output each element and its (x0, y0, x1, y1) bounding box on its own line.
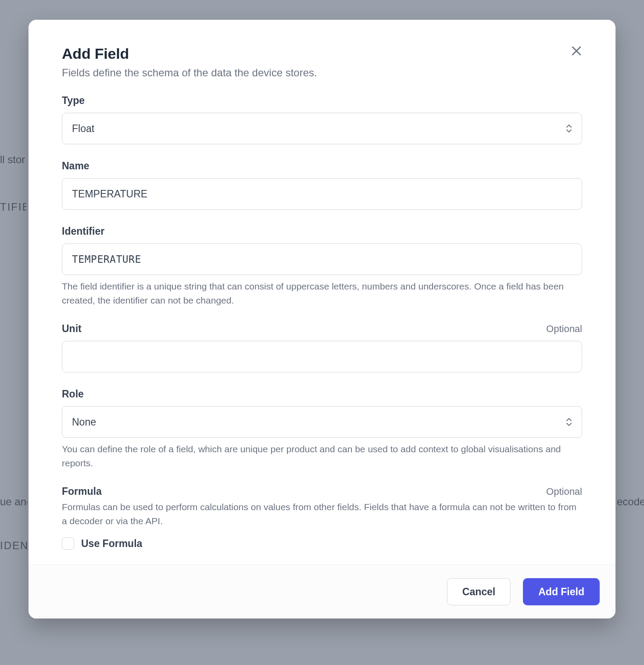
modal-footer: Cancel Add Field (29, 565, 615, 619)
type-label: Type (62, 95, 582, 107)
identifier-input[interactable] (62, 243, 582, 275)
unit-optional: Optional (546, 323, 582, 335)
modal-subtitle: Fields define the schema of the data the… (62, 67, 317, 79)
type-group: Type Float (62, 95, 582, 144)
bg-text: ll stor (0, 154, 26, 166)
role-group: Role None You can define the role of a f… (62, 388, 582, 470)
role-label: Role (62, 388, 582, 400)
cancel-button[interactable]: Cancel (447, 578, 511, 605)
use-formula-checkbox[interactable] (62, 537, 74, 550)
close-icon (570, 44, 583, 57)
identifier-help: The field identifier is a unique string … (62, 279, 582, 307)
close-button[interactable] (567, 42, 586, 60)
unit-input[interactable] (62, 341, 582, 372)
unit-label: Unit (62, 323, 82, 335)
bg-text: IDEN (0, 540, 27, 552)
type-value: Float (72, 123, 94, 135)
bg-text: TIFIE (0, 201, 26, 213)
unit-group: Unit Optional (62, 323, 582, 372)
role-select[interactable]: None (62, 406, 582, 438)
identifier-group: Identifier The field identifier is a uni… (62, 225, 582, 307)
bg-text: ecode (617, 496, 644, 508)
add-field-button[interactable]: Add Field (523, 578, 600, 605)
formula-help: Formulas can be used to perform calculat… (62, 500, 582, 528)
add-field-modal: Add Field Fields define the schema of th… (29, 20, 615, 619)
chevron-up-down-icon (566, 125, 572, 132)
chevron-up-down-icon (566, 418, 572, 426)
name-input[interactable] (62, 178, 582, 210)
bg-text: ue anc (0, 496, 27, 508)
formula-optional: Optional (546, 486, 582, 497)
name-label: Name (62, 160, 582, 172)
use-formula-label: Use Formula (81, 538, 142, 550)
name-group: Name (62, 160, 582, 210)
role-help: You can define the role of a field, whic… (62, 442, 582, 470)
type-select[interactable]: Float (62, 113, 582, 144)
formula-group: Formula Optional Formulas can be used to… (62, 486, 582, 550)
formula-label: Formula (62, 486, 102, 497)
identifier-label: Identifier (62, 225, 582, 237)
role-value: None (72, 416, 96, 428)
modal-title: Add Field (62, 45, 317, 62)
